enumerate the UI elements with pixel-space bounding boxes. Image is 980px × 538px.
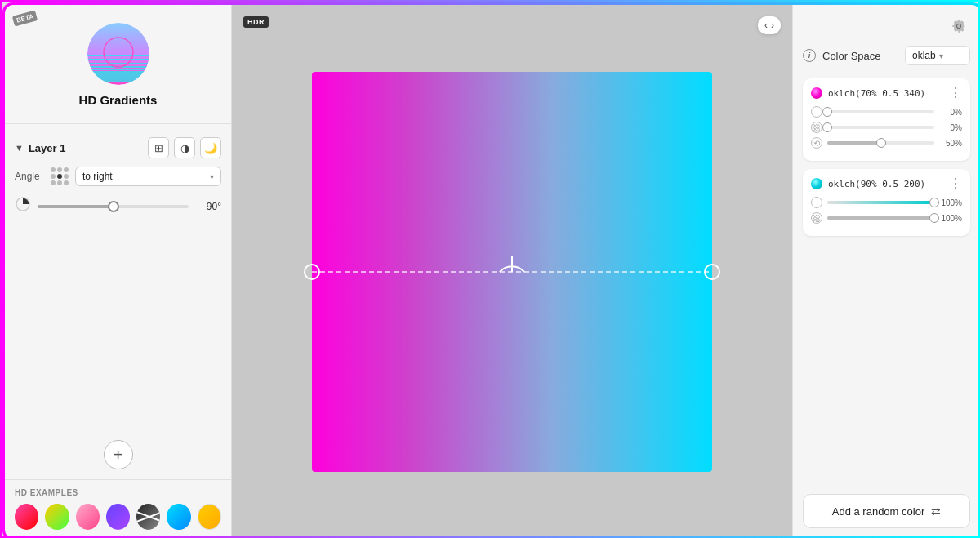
beta-badge: BETA bbox=[12, 10, 38, 26]
color1-slider2-track[interactable] bbox=[827, 126, 934, 129]
sidebar: BETA bbox=[5, 5, 232, 538]
nav-arrows[interactable]: ‹ › bbox=[758, 16, 781, 34]
color1-slider1-track[interactable] bbox=[827, 110, 934, 113]
color-2-more-button[interactable]: ⋮ bbox=[949, 177, 962, 190]
color2-slider1-row: 100% bbox=[811, 197, 962, 208]
color-card-1-header: oklch(70% 0.5 340) ⋮ bbox=[811, 87, 962, 100]
color2-slider2-value: 100% bbox=[939, 214, 962, 223]
color-card-2-header: oklch(90% 0.5 200) ⋮ bbox=[811, 177, 962, 190]
example-2[interactable] bbox=[45, 504, 69, 530]
sidebar-divider bbox=[5, 123, 231, 124]
color1-slider3-fill bbox=[827, 141, 881, 145]
example-3[interactable] bbox=[76, 504, 100, 530]
layer-moon-icon[interactable]: 🌙 bbox=[200, 137, 221, 158]
dot-tr bbox=[64, 167, 69, 172]
angle-value: to right bbox=[82, 171, 113, 182]
angle-chevron-icon: ▾ bbox=[210, 172, 214, 181]
color-label-2: oklch(90% 0.5 200) bbox=[828, 179, 925, 189]
color2-slider1-fill bbox=[827, 201, 934, 204]
color2-slider2-thumb[interactable] bbox=[929, 213, 939, 223]
color-space-row: i Color Space oklab ▾ bbox=[803, 46, 970, 65]
shuffle-icon: ⇄ bbox=[931, 505, 941, 518]
color1-slider2-value: 0% bbox=[939, 123, 962, 132]
color1-slider3-thumb[interactable] bbox=[876, 138, 886, 148]
sidebar-header: BETA bbox=[5, 5, 231, 123]
color1-slider2-row: ⛓ 0% bbox=[811, 122, 962, 133]
color2-link-icon[interactable]: ⛓ bbox=[811, 212, 822, 224]
examples-row bbox=[15, 504, 221, 530]
color-space-chevron-icon: ▾ bbox=[939, 51, 943, 60]
color-card-2: oklch(90% 0.5 200) ⋮ 100% ⛓ bbox=[803, 169, 970, 236]
app-logo bbox=[86, 21, 151, 87]
color-1-more-button[interactable]: ⋮ bbox=[949, 87, 962, 100]
color-card-1: oklch(70% 0.5 340) ⋮ 0% ⛓ bbox=[803, 78, 970, 161]
color2-slider1-icon bbox=[811, 197, 822, 208]
right-panel: i Color Space oklab ▾ oklch(70% 0.5 340)… bbox=[792, 5, 980, 538]
layer-header: ▼ Layer 1 ⊞ ◑ 🌙 bbox=[15, 137, 221, 158]
angle-pie-icon bbox=[15, 196, 31, 216]
color-dot-2[interactable] bbox=[811, 178, 822, 189]
color-dot-label-2: oklch(90% 0.5 200) bbox=[811, 178, 925, 189]
angle-slider-fill bbox=[38, 205, 114, 208]
layer-chevron-icon[interactable]: ▼ bbox=[15, 143, 24, 153]
example-1[interactable] bbox=[15, 504, 38, 530]
color2-slider1-value: 100% bbox=[939, 198, 962, 207]
plus-icon: + bbox=[114, 446, 123, 465]
color2-slider1-thumb[interactable] bbox=[929, 198, 939, 207]
dot-mm bbox=[57, 174, 62, 179]
dot-ml bbox=[51, 174, 56, 179]
angle-select[interactable]: to right ▾ bbox=[75, 167, 221, 186]
example-6[interactable] bbox=[167, 504, 190, 530]
dot-tl bbox=[51, 167, 56, 172]
color1-slider1-value: 0% bbox=[939, 108, 962, 117]
add-layer-button[interactable]: + bbox=[104, 440, 133, 469]
color1-link-icon[interactable]: ⛓ bbox=[811, 122, 822, 133]
layer-section: ▼ Layer 1 ⊞ ◑ 🌙 Angle bbox=[5, 131, 231, 430]
color2-slider1-track[interactable] bbox=[827, 201, 934, 204]
angle-slider-row: 90° bbox=[15, 196, 221, 216]
layer-grid-icon[interactable]: ⊞ bbox=[148, 137, 169, 158]
color1-slider2-thumb[interactable] bbox=[822, 122, 832, 132]
settings-button[interactable] bbox=[947, 15, 970, 38]
color1-slider3-icon: ⟲ bbox=[811, 137, 822, 149]
color-dot-label-1: oklch(70% 0.5 340) bbox=[811, 87, 925, 99]
example-4[interactable] bbox=[106, 504, 130, 530]
color-dot-1[interactable] bbox=[811, 87, 822, 99]
dot-mr bbox=[64, 174, 69, 179]
angle-row: Angle to right ▾ bbox=[15, 167, 221, 186]
color1-slider1-row: 0% bbox=[811, 106, 962, 118]
layer-half-icon[interactable]: ◑ bbox=[174, 137, 195, 158]
app-wrapper: BETA bbox=[2, 2, 980, 538]
nav-left-icon: ‹ bbox=[764, 20, 768, 31]
color-space-label: Color Space bbox=[822, 50, 898, 62]
color-space-value: oklab bbox=[912, 50, 936, 61]
color1-slider1-thumb[interactable] bbox=[822, 107, 832, 117]
gradient-canvas[interactable] bbox=[312, 72, 712, 472]
dot-bm bbox=[57, 180, 62, 185]
layer-title-group: ▼ Layer 1 bbox=[15, 142, 65, 154]
angle-slider-value: 90° bbox=[195, 201, 221, 212]
dot-br bbox=[64, 180, 69, 185]
hd-examples: HD EXAMPLES bbox=[5, 479, 231, 538]
color-space-select[interactable]: oklab ▾ bbox=[905, 46, 970, 65]
example-5[interactable] bbox=[136, 504, 160, 530]
layer-title: Layer 1 bbox=[29, 142, 66, 154]
dot-tm bbox=[57, 167, 62, 172]
color1-slider3-track[interactable] bbox=[827, 141, 934, 145]
angle-slider-track[interactable] bbox=[38, 205, 189, 208]
color-label-1: oklch(70% 0.5 340) bbox=[828, 88, 925, 99]
color2-slider2-row: ⛓ 100% bbox=[811, 212, 962, 224]
layer-icons: ⊞ ◑ 🌙 bbox=[148, 137, 221, 158]
color1-slider1-icon bbox=[811, 106, 822, 118]
dot-grid[interactable] bbox=[51, 167, 69, 185]
color2-slider2-track[interactable] bbox=[827, 216, 934, 220]
example-7[interactable] bbox=[198, 504, 221, 530]
add-random-color-button[interactable]: Add a random color ⇄ bbox=[803, 494, 970, 528]
angle-slider-thumb[interactable] bbox=[108, 201, 119, 212]
settings-icon-row bbox=[803, 15, 970, 38]
svg-point-19 bbox=[305, 265, 319, 279]
info-icon[interactable]: i bbox=[803, 49, 816, 62]
angle-label: Angle bbox=[15, 171, 44, 182]
svg-point-20 bbox=[705, 265, 719, 279]
color1-slider3-row: ⟲ 50% bbox=[811, 137, 962, 149]
